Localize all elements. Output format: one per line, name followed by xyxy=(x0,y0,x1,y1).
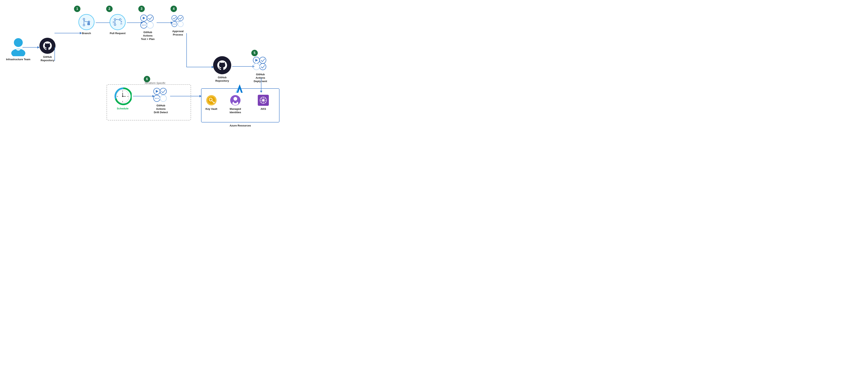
svg-point-10 xyxy=(114,19,116,21)
svg-point-71 xyxy=(262,99,265,101)
arrow-actions-to-approval xyxy=(157,23,172,23)
github-actions-test-node: GitHubActionsTest + Plan xyxy=(140,14,156,41)
managed-identities-label: ManagedIdentities xyxy=(229,107,241,114)
diagram-container: 1 2 3 4 5 6 Infrastructure Team xyxy=(0,0,289,129)
key-vault-icon xyxy=(206,95,217,106)
pull-request-icon xyxy=(110,14,126,30)
schedule-clock-icon xyxy=(114,87,132,105)
github-repo-1-node: GitHubRepository xyxy=(39,38,56,62)
svg-point-27 xyxy=(178,15,183,21)
svg-marker-19 xyxy=(143,17,145,20)
github-actions-deploy-node: GitHubActionsDeplyment xyxy=(252,56,269,83)
svg-point-3 xyxy=(83,24,85,26)
key-vault-label: Key Vault xyxy=(206,107,217,111)
github-actions-drift-node: GitHubActionsDrift Detect xyxy=(153,87,169,114)
arrow-schedule-to-drift xyxy=(133,96,153,96)
approval-process-label: ApprovalProcess xyxy=(172,30,184,37)
aks-icon xyxy=(258,95,269,106)
github-actions-drift-label: GitHubActionsDrift Detect xyxy=(154,104,168,114)
svg-point-58 xyxy=(160,95,166,102)
aks-label: AKS xyxy=(260,107,266,111)
azure-resources-label: Azure Resources xyxy=(211,124,270,127)
terraform-label: Terraform Specific xyxy=(144,81,165,84)
svg-point-56 xyxy=(156,98,157,99)
github-repo-2-node: GitHubRepository xyxy=(213,56,231,83)
svg-point-20 xyxy=(147,15,153,21)
svg-point-31 xyxy=(174,24,175,25)
svg-point-2 xyxy=(83,18,85,20)
svg-point-7 xyxy=(88,24,89,24)
arrow-branch-to-pr xyxy=(96,23,111,23)
infrastructure-team-label: Infrastructure Team xyxy=(6,58,30,61)
github-actions-deploy-label: GitHubActionsDeplyment xyxy=(254,73,267,83)
svg-point-53 xyxy=(160,88,166,95)
svg-point-9 xyxy=(119,19,121,21)
managed-identities-node: ManagedIdentities xyxy=(229,95,241,114)
svg-point-33 xyxy=(178,22,183,27)
step-badge-4: 4 xyxy=(170,6,177,12)
azure-logo xyxy=(232,83,245,95)
svg-point-67 xyxy=(234,97,237,101)
actions-test-icon xyxy=(140,14,156,29)
arrow-approval-right xyxy=(186,67,213,67)
actions-deploy-icon xyxy=(252,56,269,71)
arrow-repo2-to-deploy xyxy=(232,66,253,67)
svg-point-55 xyxy=(155,98,156,99)
arrow-repo-right xyxy=(55,33,81,33)
github-repo-1-label: GitHubRepository xyxy=(41,56,54,62)
github-repo-2-icon xyxy=(213,56,231,74)
azure-resources-box: Key Vault ManagedIdentities xyxy=(201,88,279,123)
managed-identities-icon xyxy=(230,95,241,106)
step-badge-5: 5 xyxy=(251,50,258,56)
actions-drift-icon xyxy=(153,87,169,102)
infrastructure-team-node: Infrastructure Team xyxy=(6,38,30,61)
arrow-head-infra-to-repo xyxy=(37,46,39,48)
aks-node: AKS xyxy=(258,95,269,111)
branch-label: Branch xyxy=(82,32,91,35)
svg-point-57 xyxy=(158,98,159,99)
branch-node: Branch xyxy=(79,14,94,35)
branch-icon xyxy=(79,14,94,30)
schedule-node: Schedule xyxy=(114,87,132,110)
arrow-repo-up xyxy=(55,47,55,61)
step-badge-1: 1 xyxy=(74,6,81,12)
svg-marker-52 xyxy=(156,90,158,93)
svg-point-25 xyxy=(147,22,153,28)
svg-point-39 xyxy=(259,57,266,63)
github-actions-test-label: GitHubActionsTest + Plan xyxy=(141,31,155,41)
github-repo-2-label: GitHubRepository xyxy=(215,76,229,83)
step-badge-2: 2 xyxy=(106,6,113,12)
approval-process-node: ApprovalProcess xyxy=(170,14,186,37)
arrow-infra-to-repo xyxy=(23,47,38,47)
svg-point-24 xyxy=(145,25,146,26)
svg-point-41 xyxy=(253,63,259,70)
svg-point-22 xyxy=(142,25,143,26)
arrow-drift-to-azure xyxy=(170,96,200,96)
step-badge-3: 3 xyxy=(138,6,145,12)
svg-point-32 xyxy=(175,24,176,25)
svg-point-0 xyxy=(14,38,23,47)
key-vault-node: Key Vault xyxy=(206,95,217,111)
arrow-approval-down xyxy=(186,33,187,67)
pull-request-node: Pull Request xyxy=(110,14,126,35)
approval-icon xyxy=(170,14,186,28)
svg-point-8 xyxy=(114,24,116,26)
svg-point-23 xyxy=(143,25,144,26)
svg-point-40 xyxy=(259,63,266,70)
github-repo-1-icon xyxy=(39,38,56,54)
arrow-pr-to-actions xyxy=(127,23,142,23)
svg-marker-38 xyxy=(255,59,258,62)
pull-request-label: Pull Request xyxy=(110,32,126,35)
schedule-label: Schedule xyxy=(117,107,128,110)
svg-point-30 xyxy=(173,24,174,25)
svg-point-49 xyxy=(122,96,123,97)
svg-point-26 xyxy=(172,15,177,21)
